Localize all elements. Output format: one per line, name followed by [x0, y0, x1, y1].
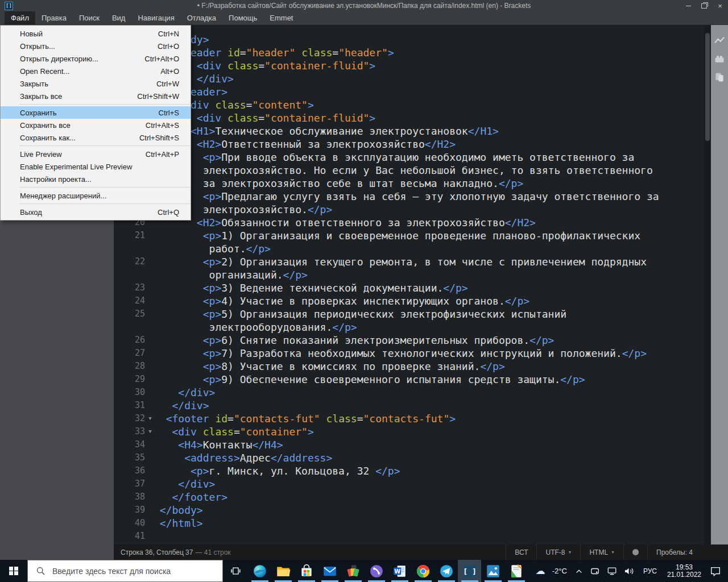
menubar-item-7[interactable]: Emmet — [263, 11, 299, 24]
code-line[interactable]: 40 </html> — [114, 517, 704, 530]
code-line[interactable]: 29 <p>9) Обеспечение своевременного испы… — [114, 373, 704, 386]
menubar-item-0[interactable]: Файл — [5, 11, 35, 24]
code-line[interactable]: 11 <div class="container-fluid"> — [114, 59, 704, 72]
code-line[interactable]: 14 <div class="content"> — [114, 98, 704, 111]
file-menu-item-12[interactable]: Менеджер расширений... — [1, 189, 191, 202]
file-menu-item-13[interactable]: ВыходCtrl+Q — [1, 206, 191, 218]
code-line[interactable]: 19 <p>Предлагаю услугу взять на себя — э… — [114, 190, 704, 203]
code-line[interactable]: 13 </header> — [114, 85, 704, 98]
code-line[interactable]: 23 <p>3) Ведение технической документаци… — [114, 281, 704, 294]
fold-arrow-icon[interactable]: ▼ — [147, 425, 154, 438]
taskbar-app-photos[interactable] — [481, 560, 504, 582]
code-line[interactable]: 17 <H2>Ответственный за электрохозяйство… — [114, 138, 704, 151]
fold-arrow-icon[interactable]: ▼ — [147, 412, 154, 425]
code-line[interactable]: электрохозяйство.</p> — [114, 203, 704, 216]
menubar-item-4[interactable]: Навигация — [131, 11, 180, 24]
taskbar-app-store[interactable] — [295, 560, 318, 582]
encoding-selector[interactable]: UTF-8▼ — [536, 544, 580, 560]
weather-widget[interactable]: ☁ — [532, 560, 549, 582]
file-menu-item-10[interactable]: Enable Experimental Live Preview — [1, 160, 191, 173]
tray-device-button[interactable] — [586, 560, 603, 582]
language-indicator[interactable]: РУС — [638, 560, 662, 582]
code-line[interactable]: электрохозяйство. Но если у Вас небольшо… — [114, 164, 704, 177]
file-menu-item-6[interactable]: СохранитьCtrl+S — [1, 106, 191, 119]
file-menu-item-5[interactable]: Закрыть всеCtrl+Shift+W — [1, 90, 191, 102]
code-line[interactable]: 20 <H2>Обязанности ответственного за эле… — [114, 216, 704, 229]
minimize-button[interactable] — [680, 0, 696, 11]
taskbar-app-explorer[interactable] — [271, 560, 295, 582]
file-menu-item-4[interactable]: ЗакрытьCtrl+W — [1, 77, 191, 90]
scrollbar-thumb[interactable] — [705, 33, 710, 141]
code-line[interactable]: организаций.</p> — [114, 268, 704, 281]
file-menu-item-11[interactable]: Настройки проекта... — [1, 173, 191, 185]
file-menu-item-7[interactable]: Сохранить всеCtrl+Alt+S — [1, 119, 191, 131]
code-editor[interactable]: 9 <body>10 <header id="header" class="he… — [114, 25, 704, 544]
code-line[interactable]: 9 <body> — [114, 33, 704, 46]
indent-setting[interactable]: Пробелы: 4 — [647, 544, 701, 560]
code-line[interactable]: 26 <p>6) Снятие показаний электроизмерит… — [114, 334, 704, 347]
menubar-item-5[interactable]: Отладка — [181, 11, 222, 24]
taskbar-app-viber[interactable] — [365, 560, 388, 582]
code-line[interactable]: 39 </body> — [114, 504, 704, 517]
code-line[interactable]: 25 <p>5) Организация периодических элект… — [114, 307, 704, 321]
code-line[interactable]: 38 </footer> — [114, 490, 704, 504]
code-line[interactable]: 27 <p>7) Разработка необходимых технолог… — [114, 347, 704, 360]
code-line[interactable]: 21 <p>1) Оргаганизация и своевременное п… — [114, 229, 704, 242]
volume-button[interactable] — [621, 560, 638, 582]
taskbar-app-picpick[interactable] — [341, 560, 365, 582]
code-line[interactable]: 32▼ <footer id="contacts-fut" class="con… — [114, 412, 704, 425]
taskbar-app-edge[interactable] — [248, 560, 271, 582]
menubar-item-6[interactable]: Помощь — [222, 11, 263, 24]
network-button[interactable] — [603, 560, 621, 582]
taskbar-app-brackets[interactable]: [ ] — [458, 560, 481, 582]
file-menu-item-8[interactable]: Сохранить как...Ctrl+Shift+S — [1, 131, 191, 144]
code-line[interactable]: 36 <p>г. Минск, ул. Кольцова, 32 </p> — [114, 464, 704, 477]
code-line[interactable]: 28 <p>8) Участие в комиссиях по проверке… — [114, 360, 704, 373]
code-line[interactable]: 22 <p>2) Организация текущего ремонта, в… — [114, 255, 704, 268]
tray-expand-button[interactable] — [572, 560, 586, 582]
menubar-item-2[interactable]: Поиск — [73, 11, 106, 24]
start-button[interactable] — [0, 560, 27, 582]
taskbar-app-chrome[interactable] — [411, 560, 435, 582]
file-menu-item-9[interactable]: Live PreviewCtrl+Alt+P — [1, 148, 191, 160]
code-line[interactable]: 34 <H4>Контакты</H4> — [114, 438, 704, 451]
file-menu-item-0[interactable]: НовыйCtrl+N — [1, 27, 191, 40]
temperature-label[interactable]: -2°C — [549, 560, 572, 582]
code-line[interactable]: 10 <header id="header" class="header"> — [114, 46, 704, 59]
code-line[interactable]: 16 <H1>Техническое обслуживание электроу… — [114, 124, 704, 138]
code-line[interactable]: 37 </div> — [114, 477, 704, 490]
close-button[interactable]: × — [712, 0, 728, 11]
code-line[interactable]: 15 <div class="container-fluid"> — [114, 111, 704, 124]
code-line[interactable]: работ.</p> — [114, 242, 704, 255]
menubar-item-3[interactable]: Вид — [106, 11, 132, 24]
taskbar-app-telegram[interactable] — [435, 560, 458, 582]
editor-scrollbar[interactable] — [704, 25, 711, 544]
code-line[interactable]: 31 </div> — [114, 399, 704, 412]
code-line[interactable]: за электрохозяйство себе в штат весьма н… — [114, 177, 704, 190]
file-menu-item-3[interactable]: Open Recent...Alt+O — [1, 65, 191, 77]
taskbar-search-input[interactable]: Введите здесь текст для поиска — [27, 560, 223, 582]
code-line[interactable]: электрооборудования.</p> — [114, 321, 704, 334]
file-menu-item-2[interactable]: Открыть директорию...Ctrl+Alt+O — [1, 52, 191, 65]
clock-widget[interactable]: 19:53 21.01.2022 — [662, 560, 706, 582]
code-line[interactable]: 33▼ <div class="container"> — [114, 425, 704, 438]
code-line[interactable]: 18 <p>При вводе объекта в эксплуатацию н… — [114, 151, 704, 164]
language-selector[interactable]: HTML▼ — [580, 544, 623, 560]
menubar-item-1[interactable]: Правка — [35, 11, 73, 24]
task-view-button[interactable] — [223, 560, 248, 582]
maximize-button[interactable] — [696, 0, 712, 11]
code-line[interactable]: 24 <p>4) Участие в проверках инспектирую… — [114, 294, 704, 307]
live-preview-icon[interactable] — [714, 35, 725, 47]
snippets-icon[interactable] — [714, 72, 725, 83]
file-menu-item-1[interactable]: Открыть...Ctrl+O — [1, 40, 191, 52]
taskbar-app-text-editor[interactable] — [504, 560, 528, 582]
extension-manager-icon[interactable] — [714, 53, 725, 65]
taskbar-app-word[interactable]: W — [388, 560, 411, 582]
code-line[interactable]: 30 </div> — [114, 386, 704, 399]
taskbar-app-mail[interactable] — [318, 560, 341, 582]
code-line[interactable]: 35 <address>Адрес</address> — [114, 451, 704, 464]
action-center-button[interactable] — [706, 560, 728, 582]
lint-status[interactable] — [623, 544, 647, 560]
overwrite-indicator[interactable]: ВСТ — [506, 544, 536, 560]
code-line[interactable]: 41 — [114, 530, 704, 543]
